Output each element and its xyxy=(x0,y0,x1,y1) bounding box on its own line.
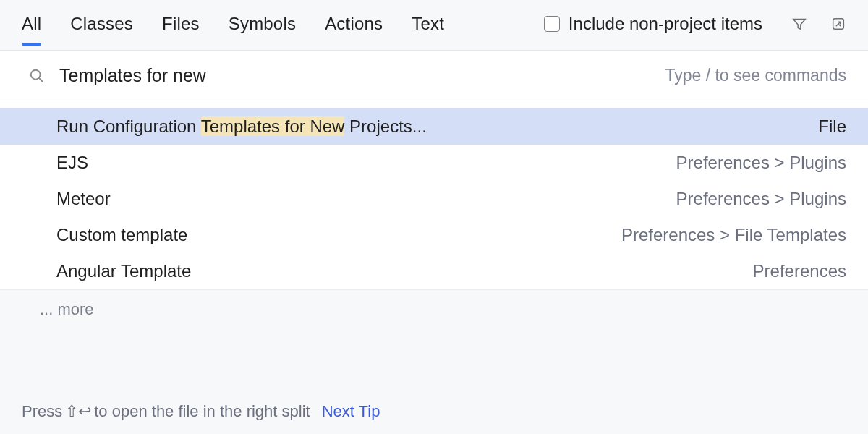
more-results[interactable]: ... more xyxy=(0,290,868,332)
footer-tip: Press ⇧↩ to open the file in the right s… xyxy=(0,392,868,434)
tab-actions[interactable]: Actions xyxy=(325,14,383,44)
result-row[interactable]: MeteorPreferences > Plugins xyxy=(0,181,868,217)
svg-point-1 xyxy=(31,69,41,79)
result-location: Preferences > Plugins xyxy=(676,152,846,174)
tab-text[interactable]: Text xyxy=(412,14,444,44)
result-location: File xyxy=(818,116,846,137)
result-label: Custom template xyxy=(56,224,621,246)
search-input[interactable] xyxy=(59,61,665,90)
search-icon xyxy=(29,68,45,84)
result-row[interactable]: Angular TemplatePreferences xyxy=(0,253,868,289)
result-location: Preferences xyxy=(753,260,846,282)
tab-files[interactable]: Files xyxy=(162,14,200,44)
search-hint: Type / to see commands xyxy=(665,66,846,85)
footer-text-pre: Press xyxy=(22,402,62,421)
results-list: Run Configuration Templates for New Proj… xyxy=(0,101,868,290)
result-label: EJS xyxy=(56,152,676,174)
tab-all[interactable]: All xyxy=(22,14,41,44)
next-tip-link[interactable]: Next Tip xyxy=(322,402,380,421)
checkbox-icon[interactable] xyxy=(544,16,560,32)
tab-symbols[interactable]: Symbols xyxy=(229,14,296,44)
pin-icon[interactable] xyxy=(830,16,846,42)
result-label: Meteor xyxy=(56,188,676,210)
result-row[interactable]: EJSPreferences > Plugins xyxy=(0,145,868,181)
result-row[interactable]: Custom templatePreferences > File Templa… xyxy=(0,217,868,253)
search-bar: Type / to see commands xyxy=(0,51,868,101)
include-label: Include non-project items xyxy=(569,14,762,34)
svg-line-2 xyxy=(39,77,43,82)
include-non-project[interactable]: Include non-project items xyxy=(544,14,762,44)
result-label: Angular Template xyxy=(56,260,753,282)
footer-text-post: to open the file in the right split xyxy=(94,402,310,421)
result-row[interactable]: Run Configuration Templates for New Proj… xyxy=(0,109,868,145)
result-location: Preferences > Plugins xyxy=(676,188,846,210)
tabs-bar: AllClassesFilesSymbolsActionsText Includ… xyxy=(0,0,868,51)
tab-classes[interactable]: Classes xyxy=(70,14,133,44)
shortcut-glyph: ⇧↩ xyxy=(65,402,91,421)
result-label: Run Configuration Templates for New Proj… xyxy=(56,116,818,137)
result-location: Preferences > File Templates xyxy=(621,224,846,246)
filter-icon[interactable] xyxy=(791,16,807,42)
